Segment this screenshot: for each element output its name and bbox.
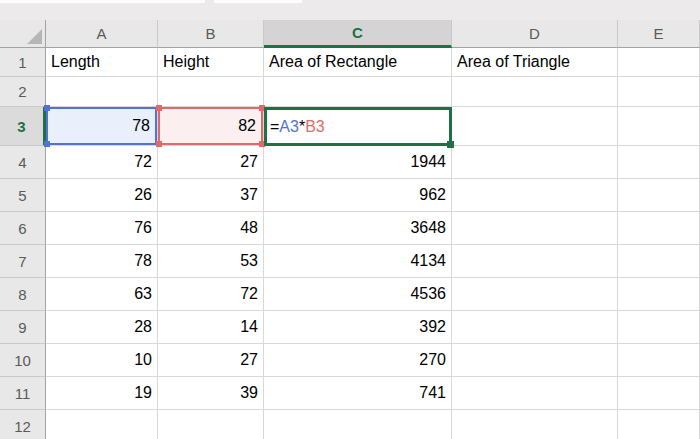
row-header-8[interactable]: 8 — [0, 278, 46, 311]
row-header-4[interactable]: 4 — [0, 146, 46, 179]
range-highlight-a3[interactable]: 78 — [46, 107, 157, 145]
cell-C4[interactable]: 1944 — [264, 146, 452, 179]
row-header-5[interactable]: 5 — [0, 179, 46, 212]
cell-A5[interactable]: 26 — [46, 179, 158, 212]
column-header-A[interactable]: A — [46, 20, 158, 48]
cell-value: 78 — [132, 117, 150, 135]
row-header-2[interactable]: 2 — [0, 77, 46, 107]
cell-A7[interactable]: 78 — [46, 245, 158, 278]
cell-C3-formula-editor[interactable]: =A3*B3 — [264, 107, 452, 146]
cell-E1[interactable] — [618, 48, 700, 77]
cell-A6[interactable]: 76 — [46, 212, 158, 245]
cell-B10[interactable]: 27 — [158, 344, 264, 377]
sheet-row: 37882=A3*B3 — [0, 107, 700, 146]
cell-A10[interactable]: 10 — [46, 344, 158, 377]
range-handle[interactable] — [44, 141, 50, 147]
cell-A9[interactable]: 28 — [46, 311, 158, 344]
cell-C12[interactable] — [264, 410, 452, 439]
select-all-button[interactable] — [0, 20, 46, 48]
cell-C9[interactable]: 392 — [264, 311, 452, 344]
row-header-1[interactable]: 1 — [0, 48, 46, 77]
cell-C2[interactable] — [264, 77, 452, 107]
cell-E4[interactable] — [618, 146, 700, 179]
cell-C7[interactable]: 4134 — [264, 245, 452, 278]
cell-value: 82 — [238, 117, 256, 135]
cell-B8[interactable]: 72 — [158, 278, 264, 311]
cell-D3[interactable] — [452, 107, 618, 146]
row-header-7[interactable]: 7 — [0, 245, 46, 278]
sheet-row: 111939741 — [0, 377, 700, 410]
cell-D12[interactable] — [452, 410, 618, 439]
column-header-B[interactable]: B — [158, 20, 264, 48]
cell-B4[interactable]: 27 — [158, 146, 264, 179]
cell-E8[interactable] — [618, 278, 700, 311]
cell-A12[interactable] — [46, 410, 158, 439]
column-header-D[interactable]: D — [452, 20, 618, 48]
row-header-6[interactable]: 6 — [0, 212, 46, 245]
range-handle[interactable] — [156, 141, 162, 147]
cell-D4[interactable] — [452, 146, 618, 179]
cell-E9[interactable] — [618, 311, 700, 344]
row-header-10[interactable]: 10 — [0, 344, 46, 377]
cell-B9[interactable]: 14 — [158, 311, 264, 344]
range-handle[interactable] — [156, 105, 162, 111]
column-header-E[interactable]: E — [618, 20, 700, 48]
cell-B11[interactable]: 39 — [158, 377, 264, 410]
cell-D9[interactable] — [452, 311, 618, 344]
cell-A11[interactable]: 19 — [46, 377, 158, 410]
cell-B7[interactable]: 53 — [158, 245, 264, 278]
cell-E10[interactable] — [618, 344, 700, 377]
cell-E3[interactable] — [618, 107, 700, 146]
cell-D7[interactable] — [452, 245, 618, 278]
cell-B12[interactable] — [158, 410, 264, 439]
fill-handle[interactable] — [447, 141, 454, 148]
cell-A2[interactable] — [46, 77, 158, 107]
row-header-3[interactable]: 3 — [0, 107, 46, 146]
cell-C8[interactable]: 4536 — [264, 278, 452, 311]
row-header-11[interactable]: 11 — [0, 377, 46, 410]
cell-E2[interactable] — [618, 77, 700, 107]
cell-B1[interactable]: Height — [158, 48, 264, 77]
cell-D5[interactable] — [452, 179, 618, 212]
range-handle[interactable] — [44, 105, 50, 111]
cell-D6[interactable] — [452, 212, 618, 245]
cell-C5[interactable]: 962 — [264, 179, 452, 212]
cell-C10[interactable]: 270 — [264, 344, 452, 377]
cell-C11[interactable]: 741 — [264, 377, 452, 410]
cell-D1[interactable]: Area of Triangle — [452, 48, 618, 77]
row-header-9[interactable]: 9 — [0, 311, 46, 344]
cell-B3[interactable]: 82 — [158, 107, 264, 146]
cell-A1[interactable]: Length — [46, 48, 158, 77]
formula-ref-b3: B3 — [305, 118, 325, 136]
formula-bar-bottom-edge[interactable] — [214, 0, 302, 3]
cell-E6[interactable] — [618, 212, 700, 245]
cell-A3[interactable]: 78 — [46, 107, 158, 146]
sheet-row: 2 — [0, 77, 700, 107]
cell-E12[interactable] — [618, 410, 700, 439]
cell-E7[interactable] — [618, 245, 700, 278]
cell-D11[interactable] — [452, 377, 618, 410]
cell-B2[interactable] — [158, 77, 264, 107]
cell-A4[interactable]: 72 — [46, 146, 158, 179]
cell-C6[interactable]: 3648 — [264, 212, 452, 245]
cell-D8[interactable] — [452, 278, 618, 311]
column-header-C[interactable]: C — [264, 20, 452, 48]
cell-A8[interactable]: 63 — [46, 278, 158, 311]
select-all-triangle-icon — [27, 29, 42, 44]
cell-D2[interactable] — [452, 77, 618, 107]
worksheet-grid: ABCDE1LengthHeightArea of RectangleArea … — [0, 20, 700, 439]
formula-equals-sign: = — [270, 118, 279, 136]
row-header-12[interactable]: 12 — [0, 410, 46, 439]
name-box-bottom-edge[interactable] — [0, 0, 205, 3]
cell-B5[interactable]: 37 — [158, 179, 264, 212]
cell-D10[interactable] — [452, 344, 618, 377]
cell-C1[interactable]: Area of Rectangle — [264, 48, 452, 77]
cell-B6[interactable]: 48 — [158, 212, 264, 245]
sheet-row: 778534134 — [0, 245, 700, 278]
cell-E11[interactable] — [618, 377, 700, 410]
cell-E5[interactable] — [618, 179, 700, 212]
range-highlight-b3[interactable]: 82 — [158, 107, 263, 145]
sheet-row: 52637962 — [0, 179, 700, 212]
sheet-row: 676483648 — [0, 212, 700, 245]
sheet-row: 1LengthHeightArea of RectangleArea of Tr… — [0, 48, 700, 77]
